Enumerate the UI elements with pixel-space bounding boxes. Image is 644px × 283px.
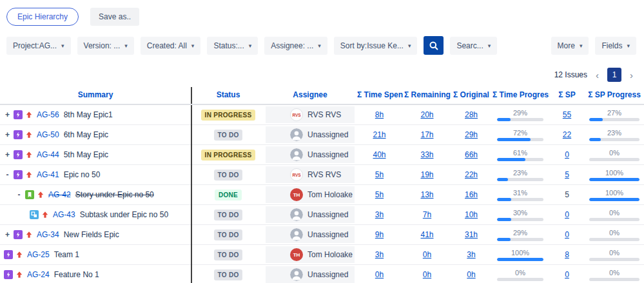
time-spent-link[interactable]: 3h xyxy=(375,250,384,259)
remaining-link[interactable]: 17h xyxy=(420,130,433,139)
more-chip[interactable]: More▾ xyxy=(551,37,589,55)
column-header-remaining[interactable]: Σ Remaining xyxy=(403,87,451,104)
remaining-link[interactable]: 7h xyxy=(423,210,431,219)
original-link[interactable]: 22h xyxy=(465,170,478,179)
remaining-link[interactable]: 19h xyxy=(420,170,433,179)
chevron-down-icon: ▾ xyxy=(191,43,195,49)
column-header-time-progress[interactable]: Σ Time Progress xyxy=(491,87,549,104)
remaining-link[interactable]: 13h xyxy=(420,190,433,199)
time-spent-link[interactable]: 8h xyxy=(375,110,384,119)
expand-icon[interactable]: + xyxy=(4,130,11,139)
expand-icon[interactable]: + xyxy=(4,150,11,159)
status-cell: DONE xyxy=(191,185,264,205)
remaining-link[interactable]: 0h xyxy=(423,270,431,279)
remaining-link[interactable]: 20h xyxy=(420,110,433,119)
time-progress: 31% xyxy=(497,189,543,201)
story-points-link[interactable]: 5 xyxy=(565,170,569,179)
remaining-link[interactable]: 41h xyxy=(420,230,433,239)
issue-key-link[interactable]: AG-50 xyxy=(37,130,59,139)
original-link[interactable]: 16h xyxy=(465,190,478,199)
story-points-link[interactable]: 8 xyxy=(565,250,569,259)
issue-key-link[interactable]: AG-34 xyxy=(37,230,59,239)
expand-icon[interactable]: + xyxy=(4,230,11,239)
original-link[interactable]: 31h xyxy=(465,230,478,239)
column-header-original[interactable]: Σ Original xyxy=(451,87,491,104)
story-points-link[interactable]: 0 xyxy=(565,210,569,219)
story-points-link[interactable]: 0 xyxy=(565,150,569,159)
issue-key-link[interactable]: AG-56 xyxy=(37,110,59,119)
summary-content: AG-25Team 1 xyxy=(0,250,191,259)
assignee-field[interactable]: Unassigned xyxy=(266,266,355,283)
assignee-name: Unassigned xyxy=(307,150,348,159)
collapse-icon[interactable]: - xyxy=(15,190,23,199)
issue-key-link[interactable]: AG-25 xyxy=(27,250,50,259)
sp-progress-bar xyxy=(589,158,639,161)
time-progress-cell: 30% xyxy=(491,205,549,225)
issue-key-link[interactable]: AG-41 xyxy=(37,170,59,179)
filter-chip-4[interactable]: Assignee: ...▾ xyxy=(264,37,327,55)
expand-icon[interactable]: + xyxy=(4,110,11,119)
time-spent-link[interactable]: 5h xyxy=(375,170,384,179)
column-header-sp-progress[interactable]: Σ SP Progress xyxy=(585,87,644,104)
time-spent-link[interactable]: 21h xyxy=(373,130,385,139)
epic-hierarchy-button[interactable]: Epic Hierarchy xyxy=(6,8,79,26)
sp-progress: 100% xyxy=(589,169,639,181)
assignee-field[interactable]: Unassigned xyxy=(266,226,355,243)
time-progress-cell: 31% xyxy=(491,185,549,205)
original-link[interactable]: 29h xyxy=(465,130,478,139)
original-link[interactable]: 3h xyxy=(467,250,475,259)
filter-chip-3[interactable]: Status:...▾ xyxy=(207,37,258,55)
time-spent-link[interactable]: 9h xyxy=(375,230,384,239)
remaining-link[interactable]: 0h xyxy=(423,250,431,259)
status-cell: TO DO xyxy=(191,225,264,245)
assignee-field[interactable]: Unassigned xyxy=(266,206,355,223)
time-spent-link-cell: 21h xyxy=(356,125,403,145)
priority-up-icon xyxy=(25,171,33,179)
original-link[interactable]: 66h xyxy=(465,150,478,159)
fields-chip[interactable]: Fields▾ xyxy=(595,37,636,55)
original-link[interactable]: 0h xyxy=(467,270,475,279)
original-link[interactable]: 10h xyxy=(465,210,478,219)
issue-key-link[interactable]: AG-43 xyxy=(53,210,75,219)
prev-page-icon[interactable]: ‹ xyxy=(594,70,601,81)
story-points-link[interactable]: 22 xyxy=(563,130,571,139)
story-points-link[interactable]: 0 xyxy=(565,230,569,239)
time-spent-link[interactable]: 3h xyxy=(375,210,384,219)
filter-chip-2[interactable]: Created: All▾ xyxy=(141,37,201,55)
issue-key-link[interactable]: AG-42 xyxy=(48,190,71,199)
original-link-cell: 16h xyxy=(451,185,491,205)
assignee-field[interactable]: Unassigned xyxy=(266,146,355,163)
assignee-field[interactable]: RVSRVS RVS xyxy=(266,106,355,123)
time-spent-link[interactable]: 5h xyxy=(375,190,384,199)
assignee-field[interactable]: RVSRVS RVS xyxy=(266,166,355,183)
search-button[interactable] xyxy=(424,36,444,55)
collapse-icon[interactable]: - xyxy=(4,170,11,179)
search-filter-chip[interactable]: Searc... ▾ xyxy=(450,37,497,55)
story-points-link[interactable]: 55 xyxy=(563,110,571,119)
original-link-cell: 66h xyxy=(451,145,491,165)
time-progress-bar xyxy=(497,138,543,141)
column-header-summary[interactable]: Summary xyxy=(0,87,191,104)
column-header-assignee[interactable]: Assignee xyxy=(264,87,356,104)
filter-chip-0[interactable]: Project:AG...▾ xyxy=(6,37,71,55)
story-points-link[interactable]: 0 xyxy=(565,270,569,279)
column-header-status[interactable]: Status xyxy=(191,87,264,104)
remaining-link[interactable]: 33h xyxy=(420,150,433,159)
time-spent-link[interactable]: 0h xyxy=(375,270,384,279)
assignee-cell: RVSRVS RVS xyxy=(264,165,356,185)
filter-chip-5[interactable]: Sort by:Issue Ke...▾ xyxy=(334,37,418,55)
assignee-field[interactable]: THTom Holoake xyxy=(266,186,355,203)
filter-chip-1[interactable]: Version: ...▾ xyxy=(77,37,134,55)
issue-key-link[interactable]: AG-24 xyxy=(27,270,50,279)
assignee-field[interactable]: Unassigned xyxy=(266,126,355,143)
original-link[interactable]: 28h xyxy=(465,110,478,119)
current-page[interactable]: 1 xyxy=(607,68,621,82)
next-page-icon[interactable]: › xyxy=(628,70,635,81)
status-cell: IN PROGRESS xyxy=(191,145,264,165)
time-spent-link[interactable]: 40h xyxy=(373,150,385,159)
assignee-field[interactable]: THTom Holoake xyxy=(266,246,355,263)
column-header-sp[interactable]: Σ SP xyxy=(549,87,585,104)
column-header-time-spent[interactable]: Σ Time Spent xyxy=(356,87,403,104)
save-as-button[interactable]: Save as.. xyxy=(90,8,139,26)
issue-key-link[interactable]: AG-44 xyxy=(37,150,59,159)
